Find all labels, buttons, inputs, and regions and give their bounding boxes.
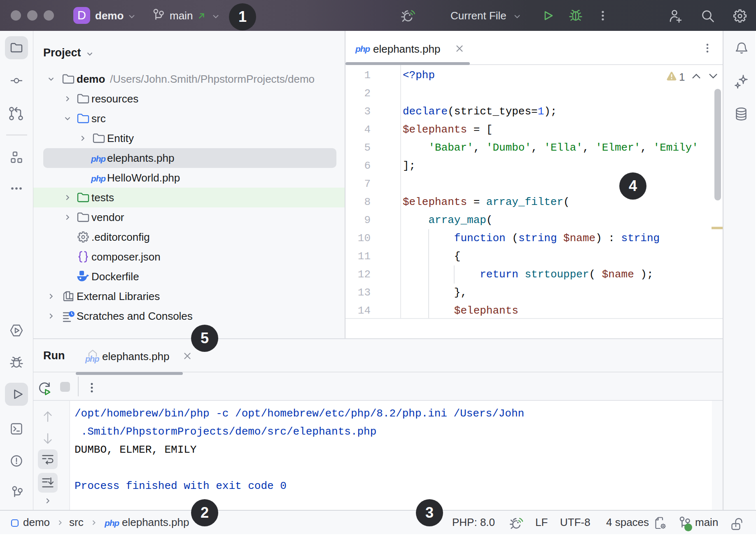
svg-text:php: php (85, 354, 99, 363)
